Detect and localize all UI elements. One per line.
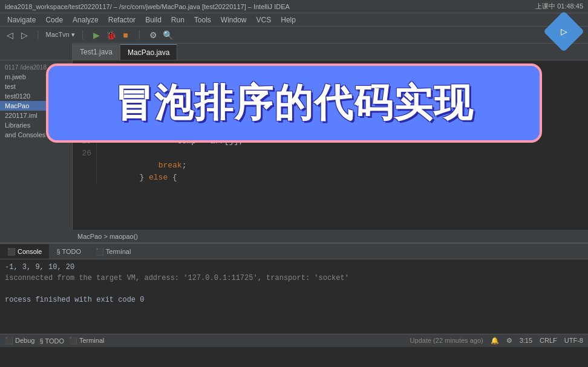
menu-navigate[interactable]: Navigate bbox=[2, 16, 41, 24]
bottom-tabs-bar: ⬛ Console § TODO ⬛ Terminal bbox=[0, 244, 588, 259]
stop-btn[interactable]: ■ bbox=[119, 29, 131, 41]
debug-btn[interactable]: 🐞 bbox=[105, 29, 117, 41]
console-line-3 bbox=[5, 284, 583, 294]
tab-test1[interactable]: Test1.java bbox=[73, 44, 120, 60]
menu-refactor[interactable]: Refactor bbox=[103, 16, 140, 24]
toolbar-forward-btn[interactable]: ▷ bbox=[18, 29, 30, 41]
breadcrumb: MacPao > maopao() bbox=[0, 230, 588, 243]
breadcrumb-text: MacPao > maopao() bbox=[77, 233, 138, 240]
status-terminal[interactable]: ⬛ Terminal bbox=[69, 337, 104, 345]
menu-build[interactable]: Build bbox=[140, 16, 166, 24]
status-bar: ⬛ Debug § TODO ⬛ Terminal Update (22 min… bbox=[0, 334, 588, 347]
editor-tabs: Test1.java MacPao.java bbox=[0, 44, 588, 60]
menu-run[interactable]: Run bbox=[166, 16, 189, 24]
time-display: 上课中 01:48:45 bbox=[535, 2, 583, 11]
status-position: 3:15 bbox=[520, 337, 532, 345]
title-overlay-container: 冒泡排序的代码实现 bbox=[30, 63, 558, 143]
console-line-4: rocess finished with exit code 0 bbox=[5, 294, 583, 305]
toolbar: ◁ ▷ | MacTvn ▾ | ▶ 🐞 ■ | ⚙ 🔍 bbox=[0, 27, 588, 44]
title-bar: idea2018_workspace/test20220117/ – /src/… bbox=[0, 0, 588, 13]
console-line-2: isconnected from the target VM, address:… bbox=[5, 273, 583, 284]
run-btn[interactable]: ▶ bbox=[90, 29, 102, 41]
logo-diamond: ▷ bbox=[543, 11, 584, 52]
status-debug[interactable]: ⬛ Debug bbox=[5, 337, 34, 345]
search-btn[interactable]: 🔍 bbox=[162, 29, 174, 41]
overlay-title: 冒泡排序的代码实现 bbox=[114, 81, 474, 125]
menu-help[interactable]: Help bbox=[276, 16, 301, 24]
toolbar-back-btn[interactable]: ◁ bbox=[4, 29, 16, 41]
status-icon-1: 🔔 bbox=[491, 337, 499, 345]
todo-tab[interactable]: § TODO bbox=[49, 244, 88, 259]
branch-selector[interactable]: MacTvn ▾ bbox=[46, 31, 75, 39]
status-todo[interactable]: § TODO bbox=[39, 337, 64, 345]
menu-analyze[interactable]: Analyze bbox=[68, 16, 103, 24]
window-title: idea2018_workspace/test20220117/ – /src/… bbox=[5, 3, 290, 10]
console-output[interactable]: -1, 3, 9, 10, 20 isconnected from the ta… bbox=[0, 259, 588, 334]
menu-bar: Navigate Code Analyze Refactor Build Run… bbox=[0, 13, 588, 27]
menu-vcs[interactable]: VCS bbox=[252, 16, 276, 24]
status-icon-2: ⚙ bbox=[506, 337, 512, 345]
menu-code[interactable]: Code bbox=[41, 16, 68, 24]
tab-macpao[interactable]: MacPao.java bbox=[120, 44, 177, 60]
status-charset: UTF-8 bbox=[564, 337, 583, 345]
bottom-panel: ⬛ Console § TODO ⬛ Terminal -1, 3, 9, 10… bbox=[0, 243, 588, 334]
menu-window[interactable]: Window bbox=[216, 16, 252, 24]
console-tab[interactable]: ⬛ Console bbox=[0, 244, 49, 259]
console-line-1: -1, 3, 9, 10, 20 bbox=[5, 262, 583, 273]
ide-window: idea2018_workspace/test20220117/ – /src/… bbox=[0, 0, 588, 367]
menu-tools[interactable]: Tools bbox=[189, 16, 216, 24]
logo-area: ▷ bbox=[549, 17, 578, 46]
settings-btn[interactable]: ⚙ bbox=[147, 29, 159, 41]
terminal-tab[interactable]: ⬛ Terminal bbox=[88, 244, 138, 259]
title-overlay-box: 冒泡排序的代码实现 bbox=[46, 63, 542, 143]
status-encoding: CRLF bbox=[540, 337, 557, 345]
taskbar-update: Update (22 minutes ago) bbox=[410, 337, 483, 345]
